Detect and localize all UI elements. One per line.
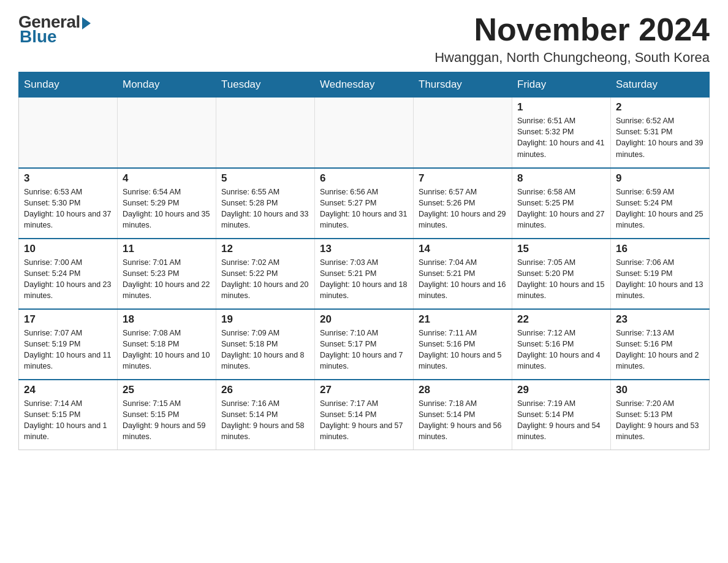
day-number: 30 (616, 384, 704, 396)
calendar-cell: 29Sunrise: 7:19 AMSunset: 5:14 PMDayligh… (512, 380, 611, 450)
day-info: Sunrise: 7:05 AMSunset: 5:20 PMDaylight:… (517, 257, 605, 302)
calendar-cell: 5Sunrise: 6:55 AMSunset: 5:28 PMDaylight… (216, 168, 315, 239)
weekday-header-thursday: Thursday (414, 72, 512, 98)
calendar-cell: 13Sunrise: 7:03 AMSunset: 5:21 PMDayligh… (315, 239, 414, 309)
day-info: Sunrise: 6:54 AMSunset: 5:29 PMDaylight:… (123, 186, 211, 231)
day-number: 2 (616, 101, 704, 113)
day-info: Sunrise: 7:08 AMSunset: 5:18 PMDaylight:… (123, 327, 211, 372)
weekday-header-saturday: Saturday (611, 72, 710, 98)
calendar-cell (216, 98, 315, 168)
calendar-cell: 19Sunrise: 7:09 AMSunset: 5:18 PMDayligh… (216, 309, 315, 380)
day-info: Sunrise: 6:59 AMSunset: 5:24 PMDaylight:… (616, 186, 704, 231)
day-number: 9 (616, 172, 704, 185)
day-info: Sunrise: 7:04 AMSunset: 5:21 PMDaylight:… (419, 257, 507, 302)
calendar-cell (414, 98, 512, 168)
day-info: Sunrise: 7:02 AMSunset: 5:22 PMDaylight:… (221, 257, 309, 302)
day-info: Sunrise: 6:52 AMSunset: 5:31 PMDaylight:… (616, 115, 704, 160)
calendar-cell: 15Sunrise: 7:05 AMSunset: 5:20 PMDayligh… (512, 239, 611, 309)
calendar-cell: 8Sunrise: 6:58 AMSunset: 5:25 PMDaylight… (512, 168, 611, 239)
calendar-cell: 20Sunrise: 7:10 AMSunset: 5:17 PMDayligh… (315, 309, 414, 380)
day-info: Sunrise: 7:03 AMSunset: 5:21 PMDaylight:… (320, 257, 408, 302)
calendar-cell: 2Sunrise: 6:52 AMSunset: 5:31 PMDaylight… (611, 98, 710, 168)
calendar-body: 1Sunrise: 6:51 AMSunset: 5:32 PMDaylight… (19, 98, 710, 450)
calendar-cell: 28Sunrise: 7:18 AMSunset: 5:14 PMDayligh… (414, 380, 512, 450)
day-info: Sunrise: 7:12 AMSunset: 5:16 PMDaylight:… (517, 327, 605, 372)
logo: General Blue (18, 12, 91, 47)
day-info: Sunrise: 7:13 AMSunset: 5:16 PMDaylight:… (616, 327, 704, 372)
day-number: 16 (616, 243, 704, 255)
day-number: 17 (24, 313, 112, 326)
day-number: 26 (221, 384, 309, 396)
calendar-cell: 25Sunrise: 7:15 AMSunset: 5:15 PMDayligh… (118, 380, 216, 450)
logo-arrow-icon (82, 17, 91, 29)
calendar-cell (19, 98, 118, 168)
calendar-cell: 6Sunrise: 6:56 AMSunset: 5:27 PMDaylight… (315, 168, 414, 239)
calendar-cell: 17Sunrise: 7:07 AMSunset: 5:19 PMDayligh… (19, 309, 118, 380)
day-info: Sunrise: 7:06 AMSunset: 5:19 PMDaylight:… (616, 257, 704, 302)
day-info: Sunrise: 7:01 AMSunset: 5:23 PMDaylight:… (123, 257, 211, 302)
calendar-cell (118, 98, 216, 168)
calendar-cell (315, 98, 414, 168)
day-number: 15 (517, 243, 605, 255)
day-number: 28 (419, 384, 507, 396)
day-info: Sunrise: 7:18 AMSunset: 5:14 PMDaylight:… (419, 398, 507, 443)
day-info: Sunrise: 6:51 AMSunset: 5:32 PMDaylight:… (517, 115, 605, 160)
day-info: Sunrise: 7:00 AMSunset: 5:24 PMDaylight:… (24, 257, 112, 302)
day-number: 7 (419, 172, 507, 185)
weekday-header-friday: Friday (512, 72, 611, 98)
day-info: Sunrise: 7:19 AMSunset: 5:14 PMDaylight:… (517, 398, 605, 443)
calendar-cell: 7Sunrise: 6:57 AMSunset: 5:26 PMDaylight… (414, 168, 512, 239)
logo-blue-text: Blue (20, 27, 57, 47)
day-number: 12 (221, 243, 309, 255)
calendar-week-2: 3Sunrise: 6:53 AMSunset: 5:30 PMDaylight… (19, 168, 710, 239)
day-number: 23 (616, 313, 704, 326)
calendar-week-3: 10Sunrise: 7:00 AMSunset: 5:24 PMDayligh… (19, 239, 710, 309)
day-info: Sunrise: 7:11 AMSunset: 5:16 PMDaylight:… (419, 327, 507, 372)
calendar-cell: 3Sunrise: 6:53 AMSunset: 5:30 PMDaylight… (19, 168, 118, 239)
day-info: Sunrise: 6:57 AMSunset: 5:26 PMDaylight:… (419, 186, 507, 231)
day-number: 13 (320, 243, 408, 255)
title-section: November 2024 Hwanggan, North Chungcheon… (434, 12, 710, 66)
calendar-cell: 9Sunrise: 6:59 AMSunset: 5:24 PMDaylight… (611, 168, 710, 239)
day-number: 6 (320, 172, 408, 185)
calendar-header-row: SundayMondayTuesdayWednesdayThursdayFrid… (19, 72, 710, 98)
day-number: 22 (517, 313, 605, 326)
calendar-cell: 14Sunrise: 7:04 AMSunset: 5:21 PMDayligh… (414, 239, 512, 309)
day-info: Sunrise: 7:16 AMSunset: 5:14 PMDaylight:… (221, 398, 309, 443)
day-number: 3 (24, 172, 112, 185)
day-number: 20 (320, 313, 408, 326)
weekday-header-wednesday: Wednesday (315, 72, 414, 98)
day-info: Sunrise: 6:58 AMSunset: 5:25 PMDaylight:… (517, 186, 605, 231)
calendar-cell: 11Sunrise: 7:01 AMSunset: 5:23 PMDayligh… (118, 239, 216, 309)
calendar-week-5: 24Sunrise: 7:14 AMSunset: 5:15 PMDayligh… (19, 380, 710, 450)
day-info: Sunrise: 7:20 AMSunset: 5:13 PMDaylight:… (616, 398, 704, 443)
day-info: Sunrise: 6:53 AMSunset: 5:30 PMDaylight:… (24, 186, 112, 231)
day-number: 8 (517, 172, 605, 185)
weekday-header-monday: Monday (118, 72, 216, 98)
calendar-week-4: 17Sunrise: 7:07 AMSunset: 5:19 PMDayligh… (19, 309, 710, 380)
calendar-cell: 26Sunrise: 7:16 AMSunset: 5:14 PMDayligh… (216, 380, 315, 450)
day-number: 29 (517, 384, 605, 396)
day-number: 14 (419, 243, 507, 255)
calendar-table: SundayMondayTuesdayWednesdayThursdayFrid… (18, 72, 710, 450)
month-title: November 2024 (434, 12, 710, 47)
day-number: 10 (24, 243, 112, 255)
calendar-cell: 18Sunrise: 7:08 AMSunset: 5:18 PMDayligh… (118, 309, 216, 380)
calendar-cell: 24Sunrise: 7:14 AMSunset: 5:15 PMDayligh… (19, 380, 118, 450)
day-info: Sunrise: 6:56 AMSunset: 5:27 PMDaylight:… (320, 186, 408, 231)
day-number: 27 (320, 384, 408, 396)
day-info: Sunrise: 7:09 AMSunset: 5:18 PMDaylight:… (221, 327, 309, 372)
weekday-header-tuesday: Tuesday (216, 72, 315, 98)
calendar-cell: 10Sunrise: 7:00 AMSunset: 5:24 PMDayligh… (19, 239, 118, 309)
day-number: 5 (221, 172, 309, 185)
day-info: Sunrise: 7:15 AMSunset: 5:15 PMDaylight:… (123, 398, 211, 443)
calendar-cell: 27Sunrise: 7:17 AMSunset: 5:14 PMDayligh… (315, 380, 414, 450)
calendar-cell: 12Sunrise: 7:02 AMSunset: 5:22 PMDayligh… (216, 239, 315, 309)
day-info: Sunrise: 7:17 AMSunset: 5:14 PMDaylight:… (320, 398, 408, 443)
day-number: 11 (123, 243, 211, 255)
calendar-cell: 23Sunrise: 7:13 AMSunset: 5:16 PMDayligh… (611, 309, 710, 380)
location-title: Hwanggan, North Chungcheong, South Korea (434, 50, 710, 66)
page-header: General Blue November 2024 Hwanggan, Nor… (18, 12, 710, 66)
day-info: Sunrise: 7:10 AMSunset: 5:17 PMDaylight:… (320, 327, 408, 372)
calendar-cell: 30Sunrise: 7:20 AMSunset: 5:13 PMDayligh… (611, 380, 710, 450)
